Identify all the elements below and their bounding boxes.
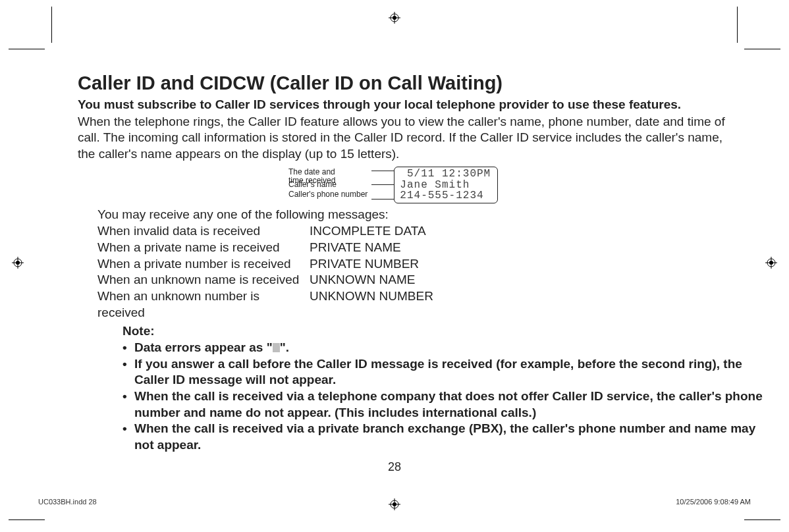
crop-mark <box>51 7 52 43</box>
caller-id-diagram: The date and time received Caller's name… <box>288 167 740 203</box>
svg-point-7 <box>16 261 20 265</box>
note-text: Data errors appear as "". <box>134 340 775 356</box>
label-caller-name: Caller's name <box>288 180 367 190</box>
svg-point-11 <box>769 261 773 265</box>
note-item: • If you answer a call before the Caller… <box>122 356 775 388</box>
svg-point-3 <box>393 16 396 20</box>
message-row: When a private number is receivedPRIVATE… <box>97 256 740 273</box>
message-text: INCOMPLETE DATA <box>310 223 426 240</box>
registration-mark-icon <box>765 257 777 269</box>
lcd-line-2: Jane Smith <box>400 179 470 191</box>
crop-mark <box>9 49 45 49</box>
message-condition: When a private name is received <box>97 240 310 256</box>
note-block: Note: • Data errors appear as "". • If y… <box>122 323 775 454</box>
bullet-icon: • <box>122 340 134 356</box>
message-condition: When invalid data is received <box>97 223 310 240</box>
message-condition: When an unknown name is received <box>97 272 310 288</box>
crop-mark <box>744 519 780 520</box>
footer-timestamp: 10/25/2006 9:08:49 AM <box>676 498 751 506</box>
lcd-display: 5/11 12:30PM Jane Smith 214-555-1234 <box>394 167 498 203</box>
message-text: PRIVATE NUMBER <box>310 256 419 273</box>
note-item: • Data errors appear as "". <box>122 340 775 356</box>
note-heading: Note: <box>122 323 775 340</box>
page-title: Caller ID and CIDCW (Caller ID on Call W… <box>78 72 740 94</box>
diagram-connector-lines <box>371 171 394 200</box>
note-item: • When the call is received via a teleph… <box>122 388 775 421</box>
message-row: When an unknown number is receivedUNKNOW… <box>97 288 740 321</box>
note-text: When the call is received via a telephon… <box>134 388 775 421</box>
message-row: When an unknown name is receivedUNKNOWN … <box>97 272 740 288</box>
page-content: Caller ID and CIDCW (Caller ID on Call W… <box>78 72 740 454</box>
bullet-icon: • <box>122 421 134 453</box>
page-number: 28 <box>0 460 789 474</box>
footer: UC033BH.indd 28 10/25/2006 9:08:49 AM <box>0 498 789 506</box>
messages-intro: You may receive any one of the following… <box>97 207 740 222</box>
data-error-block-icon <box>273 343 280 352</box>
lcd-line-3: 214-555-1234 <box>400 190 483 201</box>
message-condition: When an unknown number is received <box>97 288 310 321</box>
note-item: • When the call is received via a privat… <box>122 421 775 453</box>
crop-mark <box>9 519 45 520</box>
lcd-line-1: 5/11 12:30PM <box>400 168 491 180</box>
bullet-icon: • <box>122 388 134 421</box>
message-text: PRIVATE NAME <box>310 240 401 256</box>
page-subtitle: You must subscribe to Caller ID services… <box>78 97 740 113</box>
message-condition: When a private number is received <box>97 256 310 273</box>
bullet-icon: • <box>122 356 134 388</box>
diagram-labels: The date and time received Caller's name… <box>288 168 367 200</box>
registration-mark-icon <box>12 257 24 269</box>
footer-filename: UC033BH.indd 28 <box>38 498 97 506</box>
registration-mark-icon <box>389 12 400 24</box>
intro-paragraph: When the telephone rings, the Caller ID … <box>78 114 740 163</box>
message-row: When invalid data is receivedINCOMPLETE … <box>97 223 740 240</box>
crop-mark <box>744 49 780 49</box>
label-caller-phone: Caller's phone number <box>288 190 367 200</box>
message-row: When a private name is receivedPRIVATE N… <box>97 240 740 256</box>
message-text: UNKNOWN NUMBER <box>310 288 433 321</box>
note-text: When the call is received via a private … <box>134 421 775 453</box>
label-date-time: The date and time received <box>288 168 367 178</box>
crop-mark <box>737 7 738 43</box>
message-text: UNKNOWN NAME <box>310 272 415 288</box>
note-text: If you answer a call before the Caller I… <box>134 356 775 388</box>
messages-list: When invalid data is receivedINCOMPLETE … <box>97 223 740 321</box>
